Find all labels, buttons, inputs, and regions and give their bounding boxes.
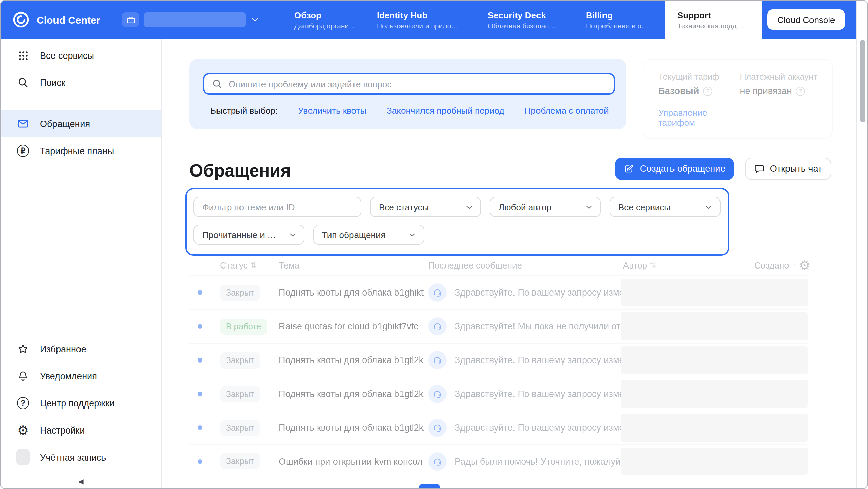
last-message: Здравствуйте. По вашему запросу изме — [455, 287, 621, 298]
tab-billing[interactable]: Billing Потребление и о… — [586, 1, 648, 39]
sidebar-item-search[interactable]: Поиск — [1, 69, 161, 96]
manage-tariff-link[interactable]: Управление тарифом — [658, 108, 720, 128]
ticket-theme: Ошибки при открытии kvm консол — [279, 456, 428, 466]
sidebar-item-favorites[interactable]: Избранное — [1, 335, 161, 363]
support-search-box[interactable] — [203, 73, 615, 95]
filter-author-value: Любой автор — [499, 202, 551, 212]
edit-icon — [624, 164, 634, 174]
tab-identity-hub[interactable]: Identity Hub Пользователи и прило… — [377, 1, 458, 39]
ticket-theme: Поднять квоты для облака b1gtl2k — [279, 423, 428, 433]
sidebar-item-tickets[interactable]: Обращения — [1, 110, 161, 137]
column-settings-gear-icon[interactable] — [799, 259, 810, 272]
current-tariff: Текущий тариф Базовый Управление тарифом — [658, 72, 720, 128]
mail-icon — [16, 117, 30, 131]
column-theme: Тема — [279, 260, 428, 270]
tab-title: Security Deck — [488, 10, 556, 20]
tab-subtitle: Облачная безопас… — [488, 21, 556, 29]
filter-service-select[interactable]: Все сервисы — [610, 197, 721, 217]
cloud-console-button[interactable]: Cloud Console — [767, 9, 845, 30]
sidebar-item-label: Все сервисы — [40, 50, 94, 61]
filters-panel: Все статусы Любой автор Все сервисы Проч… — [185, 188, 729, 256]
ticket-theme: Поднять квоты для облака b1gtl2k — [279, 389, 428, 399]
redacted-author-created — [621, 414, 808, 442]
help-icon[interactable] — [703, 86, 712, 96]
tab-security-deck[interactable]: Security Deck Облачная безопас… — [488, 1, 556, 39]
sidebar-item-settings[interactable]: Настройки — [1, 417, 161, 444]
support-agent-headset-icon — [428, 385, 447, 403]
status-badge: Закрыт — [220, 352, 260, 368]
help-icon[interactable] — [796, 86, 805, 96]
scrollbar-thumb[interactable] — [860, 40, 865, 122]
table-row[interactable]: В работе Raise quotas for cloud b1ghikt7… — [189, 309, 809, 343]
stage: Cloud Center Обзор Дашборд органи… Ident… — [0, 0, 868, 489]
support-search-panel: Быстрый выбор: Увеличить квоты Закончилс… — [189, 59, 626, 129]
billing-account: Платёжный аккаунт не привязан — [740, 72, 817, 128]
sidebar-item-support-center[interactable]: Центр поддержки — [1, 390, 161, 417]
sidebar: Все сервисы Поиск Обращения Тарифные пла… — [1, 39, 162, 488]
column-status[interactable]: Статус — [210, 260, 279, 270]
table-row[interactable]: Закрыт Ошибки при открытии kvm консол Ра… — [189, 444, 809, 478]
filter-type-select[interactable]: Тип обращения — [313, 225, 424, 245]
quick-picks: Быстрый выбор: Увеличить квоты Закончилс… — [210, 106, 609, 116]
star-icon — [16, 342, 30, 356]
status-badge: Закрыт — [220, 453, 260, 469]
vertical-scrollbar[interactable] — [856, 1, 867, 488]
redacted-author-created — [621, 380, 808, 408]
table-row[interactable]: Закрыт Поднять квоты для облака b1gtl2k … — [189, 377, 809, 411]
collapse-sidebar-icon[interactable] — [1, 478, 161, 485]
open-chat-label: Открыть чат — [770, 164, 822, 174]
ticket-theme: Поднять квоты для облака b1gtl2k — [279, 355, 428, 365]
table-row[interactable]: Закрыт Поднять квоты для облака b1gtl2k … — [189, 411, 809, 444]
sidebar-item-pricing-plans[interactable]: Тарифные планы — [1, 137, 161, 164]
sidebar-item-label: Центр поддержки — [40, 398, 114, 408]
sidebar-item-account[interactable]: Учётная запись — [1, 444, 161, 471]
quick-picks-label: Быстрый выбор: — [210, 106, 278, 116]
filter-author-select[interactable]: Любой автор — [490, 197, 601, 217]
tab-title: Billing — [586, 10, 648, 20]
brand[interactable]: Cloud Center — [1, 11, 100, 28]
ruble-circle-icon — [16, 144, 30, 158]
support-agent-headset-icon — [428, 351, 447, 369]
open-chat-button[interactable]: Открыть чат — [745, 158, 831, 180]
filter-read-select[interactable]: Прочитанные и … — [193, 225, 304, 245]
table-row[interactable]: Закрыт Поднять квоты для облака b1gtl2k … — [189, 343, 809, 377]
unread-dot — [198, 358, 202, 363]
last-message: Здравствуйте. По вашему запросу изме — [455, 355, 621, 365]
tab-support-active[interactable]: Support Техническая подд… — [665, 1, 762, 39]
unread-dot — [198, 425, 202, 430]
last-message: Здравствуйте. По вашему запросу изме — [455, 389, 621, 399]
filter-search-input[interactable] — [193, 197, 361, 217]
tab-subtitle: Потребление и о… — [586, 21, 648, 29]
filter-service-value: Все сервисы — [618, 202, 670, 212]
sidebar-item-notifications[interactable]: Уведомления — [1, 363, 161, 390]
support-search-input[interactable] — [229, 79, 606, 89]
topbar: Cloud Center Обзор Дашборд органи… Ident… — [1, 1, 858, 39]
last-message: Здравствуйте! Мы пока не получили от — [455, 321, 620, 331]
chevron-down-icon — [465, 203, 474, 211]
organization-switcher[interactable] — [122, 12, 260, 27]
chevron-down-icon — [408, 230, 417, 239]
table-row[interactable]: Закрыт Поднять квоты для облака b1ghikt … — [189, 275, 809, 309]
column-author[interactable]: Автор — [621, 260, 754, 270]
create-ticket-button[interactable]: Создать обращение — [615, 158, 734, 180]
tab-title: Identity Hub — [377, 10, 458, 20]
quick-link-increase-quotas[interactable]: Увеличить квоты — [298, 106, 366, 116]
gear-icon — [16, 423, 30, 437]
sidebar-item-label: Учётная запись — [40, 452, 106, 462]
quick-link-trial-ended[interactable]: Закончился пробный период — [387, 106, 504, 116]
sidebar-item-all-services[interactable]: Все сервисы — [1, 42, 161, 69]
quick-link-payment-problem[interactable]: Проблема с оплатой — [525, 106, 609, 116]
search-icon — [212, 78, 223, 89]
status-badge: Закрыт — [220, 420, 260, 436]
tab-title: Support — [677, 10, 762, 20]
tickets-table: Статус Тема Последнее сообщение Автор Со… — [189, 255, 809, 478]
tab-overview[interactable]: Обзор Дашборд органи… — [294, 1, 356, 39]
filter-status-select[interactable]: Все статусы — [370, 197, 481, 217]
chat-widget-peek[interactable] — [419, 484, 440, 488]
billing-account-value: не привязан — [740, 86, 792, 96]
tab-subtitle: Дашборд органи… — [294, 21, 356, 29]
sidebar-item-label: Избранное — [40, 344, 86, 354]
table-header: Статус Тема Последнее сообщение Автор Со… — [189, 255, 809, 275]
chevron-down-icon — [250, 15, 260, 24]
unread-dot — [198, 392, 202, 396]
